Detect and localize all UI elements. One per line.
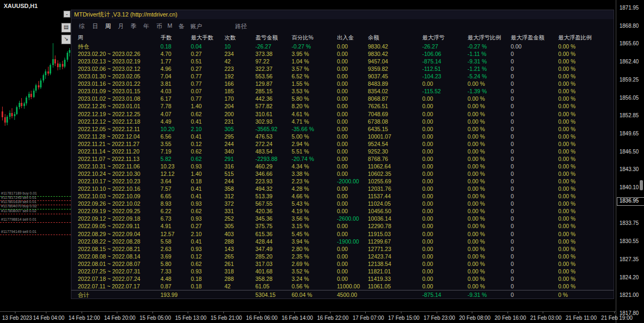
- value-cell: 0: [511, 292, 514, 298]
- table-row[interactable]: 2022.09.05 ~ 2022.09.114.910.27305375.75…: [71, 222, 614, 230]
- table-row[interactable]: 2022.11.07 ~ 2022.11.135.820.62291-2293.…: [71, 155, 614, 163]
- time-label: 14 Feb 12:00: [69, 315, 100, 321]
- table-row[interactable]: 2023.02.13 ~ 2023.02.191.770.514297.221.…: [71, 58, 614, 65]
- value-cell: 0: [511, 95, 514, 102]
- table-row[interactable]: 2022.09.19 ~ 2022.09.256.220.62331420.36…: [71, 207, 614, 215]
- table-row[interactable]: 2022.10.24 ~ 2022.10.3012.121.40515346.6…: [71, 170, 614, 177]
- table-row[interactable]: 2022.09.12 ~ 2022.09.186.730.93252345.36…: [71, 215, 614, 222]
- value-cell: -9.31 %: [468, 58, 487, 64]
- table-row[interactable]: 2022.10.03 ~ 2022.10.096.650.41312513.39…: [71, 192, 614, 200]
- value-cell: 0.00 %: [468, 141, 485, 147]
- table-total-row[interactable]: 合计193.995304.1560.04 %4500.00-875.14-9.3…: [71, 291, 614, 298]
- order-label: #117798814 sell 0.01: [1, 217, 36, 221]
- value-cell: 3.55: [160, 141, 171, 147]
- value-cell: 170: [224, 95, 234, 102]
- table-row[interactable]: 2022.07.11 ~ 2022.07.170.870.184261.050.…: [71, 282, 614, 290]
- value-cell: 0: [511, 66, 514, 72]
- table-row[interactable]: 2023.01.02 ~ 2023.01.086.170.77170442.36…: [71, 95, 614, 102]
- value-cell: 0.00: [337, 95, 348, 102]
- value-cell: 7.04: [160, 73, 171, 79]
- arrow-down-icon[interactable]: ↘: [61, 35, 71, 44]
- value-cell: 6.17: [160, 95, 171, 102]
- value-cell: 7.57: [160, 185, 171, 192]
- table-row[interactable]: 2022.08.01 ~ 2022.08.075.800.62261317.03…: [71, 260, 614, 268]
- table-row[interactable]: 2023.01.16 ~ 2023.01.223.810.77166129.87…: [71, 80, 614, 87]
- value-cell: 0.00 %: [558, 66, 576, 72]
- value-cell: 291: [224, 156, 234, 162]
- table-row[interactable]: 2023.01.09 ~ 2023.01.154.030.07185285.15…: [71, 87, 614, 95]
- value-cell: 223.93: [255, 178, 272, 184]
- table-row[interactable]: 2022.12.26 ~ 2023.01.017.781.40204577.82…: [71, 102, 614, 110]
- value-cell: 0.00 %: [468, 133, 485, 140]
- panel-minimize-button[interactable]: -: [63, 11, 70, 18]
- value-cell: 42: [224, 283, 231, 289]
- value-cell: 0.00 %: [468, 111, 485, 117]
- value-cell: 0: [511, 103, 514, 109]
- table-row[interactable]: 2022.12.12 ~ 2022.12.184.490.41231302.93…: [71, 118, 614, 125]
- time-axis[interactable]: 13 Feb 202314 Feb 04:0014 Feb 12:0014 Fe…: [0, 311, 616, 323]
- table-row[interactable]: 2022.08.22 ~ 2022.08.285.580.41288428.44…: [71, 238, 614, 245]
- value-cell: 345.36: [255, 215, 272, 222]
- value-cell: 302.93: [255, 118, 272, 125]
- value-cell: 0.00 %: [558, 156, 576, 162]
- value-cell: 192: [224, 73, 234, 79]
- table-row[interactable]: 2022.07.18 ~ 2022.07.244.480.18288358.28…: [71, 275, 614, 282]
- value-cell: 12.57: [160, 231, 174, 237]
- candle-body: [35, 85, 37, 90]
- value-cell: 285.20: [255, 253, 272, 260]
- table-row[interactable]: 2023.02.06 ~ 2023.02.124.960.27223322.37…: [71, 65, 614, 72]
- value-cell: 3.64: [160, 178, 171, 184]
- candle-body: [28, 94, 30, 98]
- table-row[interactable]: 2022.10.17 ~ 2022.10.233.640.18244223.93…: [71, 177, 614, 185]
- value-cell: 288: [224, 238, 234, 245]
- table-row[interactable]: 2022.10.10 ~ 2022.10.167.570.41358494.32…: [71, 185, 614, 192]
- value-cell: 0.00 %: [468, 156, 485, 162]
- symbol-period-label: XAUUSD,H1: [4, 3, 38, 9]
- value-cell: 244: [224, 141, 234, 147]
- time-tick: [152, 312, 153, 313]
- value-cell: 0.00 %: [558, 185, 576, 192]
- scrollbar-thumb[interactable]: [640, 180, 643, 190]
- table-row[interactable]: 2023.01.30 ~ 2023.02.057.040.77192553.56…: [71, 72, 614, 80]
- table-row[interactable]: 2022.08.15 ~ 2022.08.212.630.93143347.49…: [71, 245, 614, 253]
- value-cell: 0.00: [422, 95, 433, 102]
- value-cell: 4.71 %: [292, 118, 309, 125]
- value-cell: 6.52 %: [292, 73, 309, 79]
- value-cell: 11537.44: [368, 193, 391, 199]
- value-cell: 9457.04: [368, 58, 388, 64]
- value-cell: 0.18: [191, 283, 202, 289]
- value-cell: 0.00: [337, 185, 348, 192]
- value-cell: 5.51 %: [292, 148, 309, 155]
- table-row[interactable]: 2022.11.21 ~ 2022.11.273.550.12244272.24…: [71, 140, 614, 148]
- table-row[interactable]: 2022.10.31 ~ 2022.11.0610.230.93316460.2…: [71, 163, 614, 170]
- time-tick: [117, 312, 117, 313]
- table-row[interactable]: 2022.08.29 ~ 2022.09.0412.572.10403615.3…: [71, 230, 614, 238]
- period-cell: 2022.08.29 ~ 2022.09.04: [78, 231, 140, 237]
- table-row[interactable]: 2022.09.26 ~ 2022.10.028.930.93372567.55…: [71, 200, 614, 207]
- value-cell: -9.31 %: [468, 292, 487, 298]
- table-row[interactable]: 2022.12.19 ~ 2022.12.254.070.62200310.61…: [71, 110, 614, 118]
- value-cell: 0.00: [422, 283, 433, 289]
- value-cell: 0: [511, 215, 514, 222]
- value-cell: 1.40: [191, 103, 202, 109]
- table-row[interactable]: 2022.07.25 ~ 2022.07.317.330.93318401.68…: [71, 268, 614, 275]
- value-cell: 0.00 %: [558, 200, 576, 207]
- value-cell: 0.00 %: [558, 126, 576, 132]
- value-cell: 6.56: [160, 133, 171, 140]
- table-row[interactable]: 2023.02.20 ~ 2023.02.264.700.27234373.38…: [71, 50, 614, 58]
- time-tick: [294, 312, 295, 313]
- time-tick: [330, 312, 331, 313]
- period-cell: 2023.01.16 ~ 2023.01.22: [78, 80, 140, 87]
- table-row[interactable]: 2022.08.08 ~ 2022.08.143.690.12265285.20…: [71, 253, 614, 260]
- value-cell: 0.00 %: [468, 126, 485, 132]
- value-cell: 0.00 %: [558, 268, 576, 274]
- price-axis[interactable]: 1871.951868.801865.601862.401859.251856.…: [616, 0, 644, 323]
- table-row[interactable]: 2022.12.05 ~ 2022.12.1110.202.10305-3565…: [71, 125, 614, 133]
- table-row[interactable]: 2022.11.28 ~ 2022.12.046.560.41295476.53…: [71, 133, 614, 140]
- grid-icon[interactable]: ▤: [61, 23, 71, 33]
- value-cell: 8483.89: [368, 80, 388, 87]
- table-row[interactable]: 2022.11.14 ~ 2022.11.207.190.62340483.54…: [71, 148, 614, 155]
- period-cell: 2022.12.12 ~ 2022.12.18: [78, 118, 140, 125]
- table-row[interactable]: 持仓0.180.0410-26.27-0.27 %0.009830.42-26.…: [71, 43, 614, 50]
- value-cell: 0.00: [422, 111, 433, 117]
